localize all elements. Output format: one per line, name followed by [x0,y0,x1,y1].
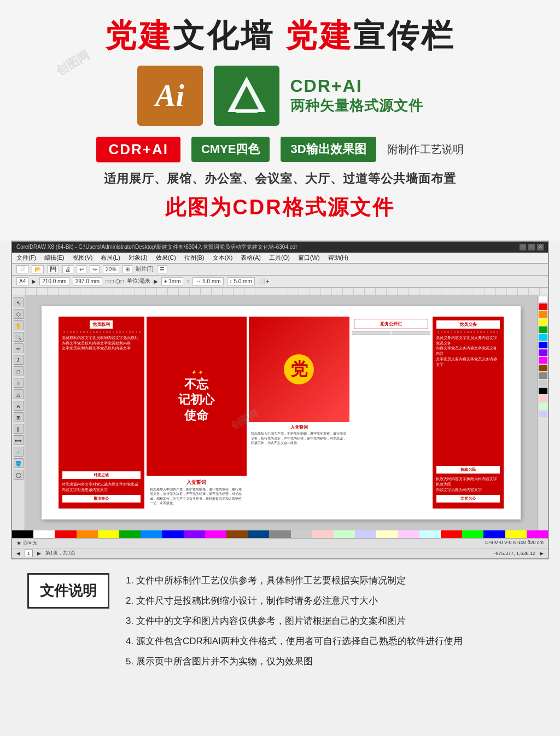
left-badge-2: 对党忠诚 [62,471,141,480]
photo-cell-3 [352,334,390,335]
color-brown[interactable] [539,365,547,371]
sw-color-palette [537,295,548,530]
center-left-main-text: ✦ ✦ 不忘 记初心 使命 [147,317,247,476]
toolbar-print[interactable]: 🖨 [62,265,73,273]
color-gray[interactable] [539,372,547,379]
color-light-gray[interactable] [539,380,547,387]
tool-fill[interactable]: 🪣 [14,458,24,468]
tool-blend[interactable]: ⟺ [14,435,24,445]
tool-table[interactable]: ⊞ [14,412,24,422]
color-yellow[interactable] [539,319,547,325]
oath-title: 入党誓词 [150,479,243,486]
menu-table[interactable]: 表格(A) [241,254,261,262]
tool-zoom[interactable]: 🔍 [14,332,24,342]
tool-select[interactable]: ↖ [14,297,24,307]
left-body-text: 党员权利内容文字党员权利内容文字党员权利内容文字党员权利内容文字党员权利内容文字… [62,335,141,469]
title-red-1: 党建 [105,17,173,53]
desc-label-box: 文件说明 [27,573,109,609]
tool-text[interactable]: A [14,401,24,411]
sw-restore[interactable]: □ [528,244,535,250]
panel-center-left: ✦ ✦ 不忘 记初心 使命 入党誓词 我志愿加入中国共产党，拥护党的纲领，遵守党… [147,317,247,509]
color-magenta[interactable] [539,357,547,364]
doc-height[interactable]: 297.0 mm [73,277,102,285]
menu-effect[interactable]: 效果(C) [156,254,176,262]
separator1: □ □ ⬡□ [106,278,124,284]
color-light-green[interactable] [539,403,547,410]
toolbar-open[interactable]: 📂 [32,265,44,273]
right-badge-2: 执政为民 [436,465,500,474]
tool-freehand[interactable]: ✏ [14,343,24,353]
tool-pan[interactable]: ✋ [14,320,24,330]
color-green[interactable] [539,326,547,333]
tool-ellipse[interactable]: ○ [14,378,24,388]
oath-title-2: 入党誓词 [251,424,347,430]
color-white[interactable] [539,296,547,302]
menu-bitmap[interactable]: 位图(B) [184,254,205,262]
menu-file[interactable]: 文件(F) [16,254,36,262]
toolbar-snap[interactable]: ⊞ [122,265,132,273]
tool-parallel[interactable]: ∥ [14,424,24,434]
photo-cell-4 [392,334,430,335]
color-cyan[interactable] [539,334,547,341]
page-arrow[interactable]: ▶ [540,551,544,556]
menu-view[interactable]: 视图(V) [73,254,93,262]
page-1-btn[interactable]: 1 [25,550,33,557]
ruler-marks-h [25,288,548,295]
not-forget-text: 不忘 [184,377,208,393]
color-orange[interactable] [539,311,547,318]
sw-close[interactable]: ✕ [537,244,544,250]
color-red[interactable] [539,303,547,310]
menu-layout[interactable]: 布局(L) [101,254,120,262]
oath-body: 我志愿加入中国共产党，拥护党的纲领，遵守党的章程，履行党员义务，执行党的决定，严… [150,487,243,506]
remember-text: 记初心 [178,392,214,408]
tool-polygon[interactable]: △ [14,389,24,399]
software-section: CorelDRAW X8 (64-Bit) - C:\Users\Adminis… [11,241,549,559]
toolbar-align[interactable]: ☰ [157,265,167,273]
color-blue[interactable] [539,342,547,348]
menu-window[interactable]: 窗口(W) [298,254,320,262]
sw-minimize[interactable]: ─ [520,244,526,250]
color-pink[interactable] [539,395,547,402]
menu-object[interactable]: 对象(J) [129,254,148,262]
sw-main-area: ↖ ⬡ ✋ 🔍 ✏ ⤴ □ ○ △ A ⊞ ∥ ⟺ 💉 🪣 ◯ 创图网 [12,295,548,530]
toolbar-label-w: 制片(T) [136,265,154,273]
tool-node[interactable]: ⬡ [14,309,24,319]
doc-width[interactable]: 210.0 mm [39,277,69,285]
menu-edit[interactable]: 编辑(E) [44,254,65,262]
title-mid-2: 宣传栏 [353,17,455,53]
doc-width-label: ▶ [32,278,36,284]
menu-help[interactable]: 帮助(H) [328,254,348,262]
tool-rect[interactable]: □ [14,366,24,376]
cdr-notice: 此图为CDR格式源文件 [33,194,527,221]
panel-white-bottom: 入党誓词 我志愿加入中国共产党，拥护党的纲领，遵守党的章程，履行党员义务，执行党… [249,422,349,509]
coords-display: -975.377, 1,636.12 [494,551,535,556]
toolbar-undo[interactable]: ↩ [77,265,86,273]
color-black[interactable] [539,388,547,394]
toolbar-zoom-value[interactable]: 20% [103,265,119,273]
cdr-icon-box [214,66,279,126]
format-line2: 两种矢量格式源文件 [290,96,423,115]
sw-color-swatches-bar[interactable] [12,530,548,538]
color-light-blue[interactable] [539,411,547,417]
toolbar-redo[interactable]: ↪ [90,265,100,273]
page-next[interactable]: ▶ [37,551,41,556]
panel-right: 党员义务 党员义务内容文字党员义务内容文字党员义务内容文字党员义务内容文字党员义… [433,317,504,509]
y-offset[interactable]: ↕ 5.0 mm [227,277,255,285]
color-purple[interactable] [539,349,547,356]
left-stripe [62,331,141,333]
tool-eyedrop[interactable]: 💉 [14,447,24,457]
svg-text:党: 党 [290,359,308,379]
toolbar-save[interactable]: 💾 [47,265,59,273]
desc-item-4: 4. 源文件包含CDR和AI两种文件格式，使用者可自行选择自己熟悉的软件进行使用 [126,634,533,649]
x-offset[interactable]: ↔ 5.0 mm [192,277,223,285]
menu-tools[interactable]: 工具(O) [269,254,290,262]
desc-section: 文件说明 1. 文件中所标制作工艺仅供参考，具体制作工艺要根据实际情况制定 2.… [0,559,560,691]
toolbar-new[interactable]: 📄 [16,265,28,273]
border-val[interactable]: + 1mm [161,277,184,285]
page-prev[interactable]: ◀ [16,551,20,556]
oath-text-2: 我志愿加入中国共产党，拥护党的纲领，遵守党的章程，履行党员义务，执行党的决定，严… [251,431,347,445]
menu-text[interactable]: 文本(X) [213,254,233,262]
separator4: ⬜ + [258,278,270,284]
tool-smart[interactable]: ⤴ [14,355,24,365]
tool-outline[interactable]: ◯ [14,470,24,480]
